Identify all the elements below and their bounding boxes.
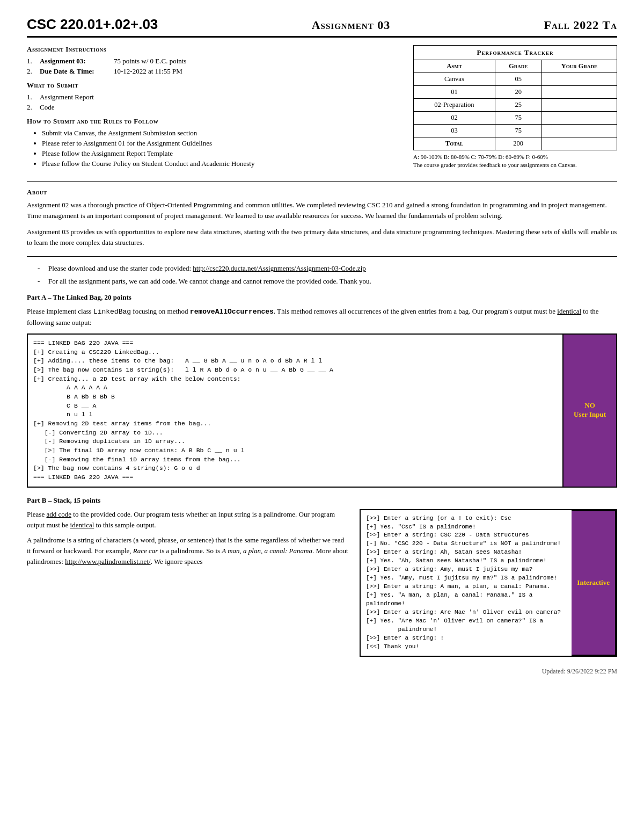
col-header-grade: Grade	[495, 60, 541, 73]
list-item: Submit via Canvas, the Assignment Submis…	[42, 129, 402, 137]
about-paragraph-1: Assignment 02 was a thorough practice of…	[27, 200, 617, 221]
tracker-asmt: 03	[414, 125, 495, 137]
part-b-code-container: [>>] Enter a string (or a ! to exit): Cs…	[360, 509, 617, 657]
how-to-submit-heading: How to Submit and the Rules to Follow	[27, 117, 402, 126]
tracker-asmt: 01	[414, 86, 495, 99]
table-row: Total 200	[414, 137, 617, 150]
submit-list: 1. Assignment Report 2. Code	[27, 93, 402, 112]
list-item: - Please download and use the starter co…	[38, 263, 617, 274]
about-heading: About	[27, 188, 617, 197]
part-b-para-2: A palindrome is a string of characters (…	[27, 535, 349, 567]
col-header-asmt: Asmt	[414, 60, 495, 73]
tracker-your-grade	[541, 99, 617, 112]
tracker-your-grade	[541, 86, 617, 99]
tracker-grade: 25	[495, 99, 541, 112]
tracker-caption: Performance Tracker	[413, 45, 617, 60]
tracker-asmt: Total	[414, 137, 495, 150]
how-to-submit-list: Submit via Canvas, the Assignment Submis…	[27, 129, 402, 168]
starter-code-notes: - Please download and use the starter co…	[27, 263, 617, 287]
top-section: Assignment Instructions 1. Assignment 03…	[27, 45, 617, 173]
part-a-heading: Part A – The Linked Bag, 20 points	[27, 293, 617, 302]
table-row: 02 75	[414, 112, 617, 125]
part-b-container: Please add code to the provided code. Ou…	[27, 509, 617, 657]
section-divider	[27, 181, 617, 182]
about-section: About Assignment 02 was a thorough pract…	[27, 188, 617, 249]
tracker-grade: 200	[495, 137, 541, 150]
tracker-your-grade	[541, 137, 617, 150]
tracker-asmt: 02-Preparation	[414, 99, 495, 112]
no-user-input-badge: NOUser Input	[564, 333, 617, 488]
assignment-info-list: 1. Assignment 03: 75 points w/ 0 E.C. po…	[27, 57, 402, 76]
list-item: Please follow the Assignment Report Temp…	[42, 149, 402, 158]
tracker-grade: 75	[495, 125, 541, 137]
grade-scale: A: 90-100% B: 80-89% C: 70-79% D: 60-69%…	[413, 153, 617, 170]
list-item: 1. Assignment Report	[27, 93, 402, 101]
col-header-your-grade: Your Grade	[541, 60, 617, 73]
tracker-your-grade	[541, 112, 617, 125]
interactive-badge: Interactive	[572, 510, 616, 656]
tracker-asmt: 02	[414, 112, 495, 125]
section-divider	[27, 256, 617, 257]
tracker-grade: 75	[495, 112, 541, 125]
part-b-code-block: [>>] Enter a string (or a ! to exit): Cs…	[361, 510, 572, 656]
part-a-intro: Please implement class LinkedBag focusin…	[27, 306, 617, 328]
assignment-title: Assignment 03	[312, 18, 390, 32]
table-row: 02-Preparation 25	[414, 99, 617, 112]
list-item: 2. Due Date & Time: 10-12-2022 at 11:55 …	[27, 67, 402, 76]
list-item: Please follow the Course Policy on Stude…	[42, 159, 402, 168]
part-a-code-block: === LINKED BAG 220 JAVA === [+] Creating…	[27, 333, 564, 488]
part-b-right: [>>] Enter a string (or a ! to exit): Cs…	[360, 509, 617, 657]
list-item: - For all the assignment parts, we can a…	[38, 276, 617, 287]
starter-code-link[interactable]: http://csc220.ducta.net/Assignments/Assi…	[193, 264, 365, 272]
palindrome-link[interactable]: http://www.palindromelist.net/	[65, 557, 150, 565]
tracker-your-grade	[541, 125, 617, 137]
part-b-left: Please add code to the provided code. Ou…	[27, 509, 349, 657]
table-row: 01 20	[414, 86, 617, 99]
table-row: Canvas 05	[414, 73, 617, 86]
part-b-heading: Part B – Stack, 15 points	[27, 496, 617, 505]
course-code: CSC 220.01+.02+.03	[27, 16, 158, 33]
instructions-column: Assignment Instructions 1. Assignment 03…	[27, 45, 402, 173]
page-header: CSC 220.01+.02+.03 Assignment 03 Fall 20…	[27, 16, 617, 38]
tracker-grade: 20	[495, 86, 541, 99]
instructions-heading: Assignment Instructions	[27, 45, 402, 54]
what-to-submit-heading: What to Submit	[27, 81, 402, 90]
performance-tracker-table: Performance Tracker Asmt Grade Your Grad…	[413, 45, 617, 150]
part-b-para-1: Please add code to the provided code. Ou…	[27, 509, 349, 531]
footer-updated: Updated: 9/26/2022 9:22 PM	[542, 668, 617, 675]
about-paragraph-2: Assignment 03 provides us with opportuni…	[27, 227, 617, 248]
table-row: 03 75	[414, 125, 617, 137]
list-item: 1. Assignment 03: 75 points w/ 0 E.C. po…	[27, 57, 402, 66]
page-footer: Updated: 9/26/2022 9:22 PM	[27, 668, 617, 676]
tracker-column: Performance Tracker Asmt Grade Your Grad…	[413, 45, 617, 173]
semester-label: Fall 2022 Ta	[544, 18, 617, 32]
list-item: Please refer to Assignment 01 for the As…	[42, 139, 402, 148]
tracker-asmt: Canvas	[414, 73, 495, 86]
part-a-code-container: === LINKED BAG 220 JAVA === [+] Creating…	[27, 333, 617, 488]
tracker-grade: 05	[495, 73, 541, 86]
tracker-your-grade	[541, 73, 617, 86]
list-item: 2. Code	[27, 103, 402, 112]
